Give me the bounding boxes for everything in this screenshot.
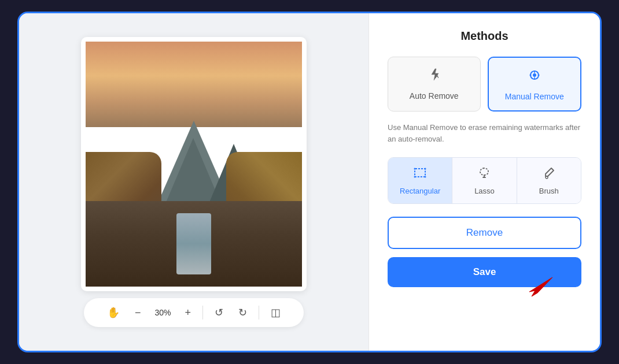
selection-tools-group: Rectangular Lasso Brush: [388, 157, 581, 204]
rectangular-icon: [413, 166, 427, 183]
remove-button[interactable]: Remove: [388, 217, 581, 249]
undo-button[interactable]: ↺: [211, 304, 227, 321]
method-description: Use Manual Remove to erase remaining wat…: [388, 122, 581, 144]
manual-remove-button[interactable]: Manual Remove: [488, 57, 582, 112]
lasso-icon: [477, 166, 491, 183]
waterfall: [176, 213, 211, 274]
compare-button[interactable]: ◫: [267, 304, 284, 321]
image-toolbar: ✋ − 30% + ↺ ↻ ◫: [84, 298, 304, 327]
image-wrapper: [81, 37, 307, 291]
methods-title: Methods: [388, 29, 581, 43]
toolbar-separator-1: [202, 306, 203, 320]
toolbar-separator-2: [259, 306, 259, 320]
rectangular-label: Rectangular: [400, 187, 440, 195]
app-container: ✋ − 30% + ↺ ↻ ◫ Methods A Auto Remove: [17, 12, 602, 352]
zoom-level: 30%: [153, 308, 174, 317]
brush-icon: [542, 166, 556, 183]
svg-point-4: [425, 168, 426, 170]
svg-point-1: [533, 73, 536, 77]
zoom-out-button[interactable]: −: [131, 304, 145, 321]
svg-rect-2: [415, 169, 425, 177]
save-area: Save: [388, 257, 581, 287]
left-panel: ✋ − 30% + ↺ ↻ ◫: [19, 13, 369, 351]
redo-button[interactable]: ↻: [235, 304, 250, 321]
brush-label: Brush: [539, 187, 559, 195]
zoom-in-button[interactable]: +: [182, 304, 195, 321]
lasso-tool-button[interactable]: Lasso: [452, 158, 517, 203]
svg-text:A: A: [435, 73, 439, 79]
auto-remove-icon: A: [426, 66, 442, 87]
method-buttons-group: A Auto Remove Manual Remove: [388, 57, 581, 112]
manual-remove-label: Manual Remove: [505, 92, 564, 101]
right-panel: Methods A Auto Remove: [369, 13, 600, 351]
manual-remove-icon: [526, 67, 543, 87]
brush-tool-button[interactable]: Brush: [517, 158, 581, 203]
pan-tool-button[interactable]: ✋: [104, 304, 123, 321]
lasso-label: Lasso: [474, 187, 495, 195]
svg-point-6: [414, 176, 416, 178]
arrow-indicator: [524, 274, 558, 298]
svg-point-3: [414, 168, 416, 170]
svg-point-5: [425, 176, 426, 178]
auto-remove-button[interactable]: A Auto Remove: [388, 57, 481, 112]
rectangular-tool-button[interactable]: Rectangular: [388, 158, 452, 203]
image-canvas[interactable]: [86, 42, 302, 287]
auto-remove-label: Auto Remove: [410, 91, 459, 101]
